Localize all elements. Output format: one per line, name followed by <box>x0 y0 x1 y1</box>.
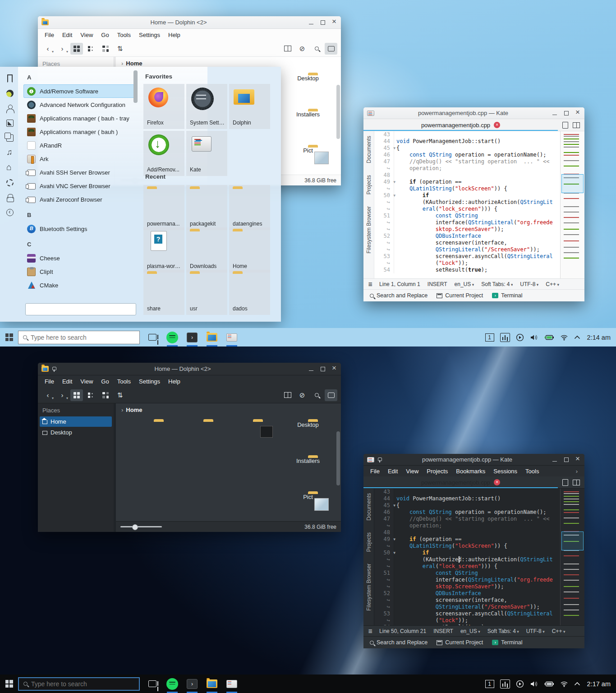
folder-desktop[interactable]: Desktop <box>288 75 328 82</box>
maximize-button[interactable] <box>564 457 569 462</box>
back-button[interactable]: ‹▾ <box>41 389 54 401</box>
close-button[interactable] <box>332 20 337 25</box>
tab-powermanagementjob[interactable]: powermanagementjob.cpp × <box>363 119 558 131</box>
current-project-button[interactable]: Current Project <box>437 292 483 299</box>
status-tabs[interactable]: Soft Tabs: 4 <box>481 281 513 287</box>
code-editor[interactable]: 4344void PowerManagementJob::start()45▼{… <box>374 489 584 625</box>
sort-button[interactable]: ⇅ <box>114 389 126 401</box>
menu-item[interactable]: Edit <box>58 30 76 40</box>
wifi-icon[interactable] <box>560 334 568 341</box>
taskbar-spotify[interactable] <box>162 328 182 346</box>
virtual-desktop-pager[interactable]: 1 <box>485 680 494 688</box>
taskbar-search[interactable] <box>18 677 140 691</box>
menu-item[interactable]: Tools <box>113 377 135 386</box>
dolphin-titlebar[interactable]: Home — Dolphin <2> <box>38 16 341 29</box>
forward-button[interactable]: ›▾ <box>56 389 69 401</box>
favorite-dolphin[interactable]: Dolphin <box>229 84 270 129</box>
status-line-col[interactable]: Line 1, Column 1 <box>379 281 420 287</box>
status-syntax[interactable]: C++ <box>552 628 565 634</box>
menu-item[interactable]: Tools <box>113 30 135 40</box>
breadcrumb[interactable]: ›Home <box>116 403 341 416</box>
rail-icon[interactable] <box>5 192 15 203</box>
media-play-icon[interactable] <box>516 680 524 688</box>
rail-icon[interactable] <box>5 133 15 143</box>
rail-icon[interactable] <box>5 162 15 173</box>
menu-item[interactable]: Help <box>164 30 184 40</box>
search-input[interactable] <box>31 680 121 688</box>
tree-view-button[interactable] <box>99 389 112 401</box>
recent-home[interactable]: Home <box>229 227 270 273</box>
start-button[interactable] <box>0 675 18 693</box>
rail-icon[interactable] <box>5 118 15 129</box>
minimize-button[interactable] <box>552 111 557 116</box>
launcher-list-item[interactable]: A <box>23 69 134 84</box>
recent-plasma-workspace[interactable]: plasma-work... <box>143 227 184 273</box>
status-syntax[interactable]: C++ <box>546 281 559 287</box>
status-mode[interactable]: INSERT <box>433 628 453 634</box>
wifi-icon[interactable] <box>560 681 568 687</box>
launcher-scrollbar[interactable] <box>133 70 138 103</box>
status-encoding[interactable]: UTF-8 <box>520 281 538 287</box>
taskbar-dolphin[interactable] <box>202 675 222 693</box>
split-view-icon[interactable] <box>573 480 580 485</box>
status-dictionary[interactable]: en_US <box>460 628 480 634</box>
launcher-list-item[interactable]: Avahi SSH Server Browser <box>23 166 134 179</box>
menu-item[interactable]: Edit <box>58 377 76 386</box>
menu-item[interactable]: Help <box>164 377 184 386</box>
places-home[interactable]: Home <box>40 416 112 427</box>
task-view-button[interactable] <box>143 675 162 693</box>
launcher-list-item[interactable]: ClipIt <box>23 265 134 278</box>
launcher-list-item[interactable]: Avahi VNC Server Browser <box>23 179 134 193</box>
dolphin-titlebar[interactable]: Home — Dolphin <2> <box>38 363 341 375</box>
folder-installers[interactable]: Installers <box>288 111 328 118</box>
taskbar-kate[interactable] <box>222 328 242 346</box>
tab-close-icon[interactable]: × <box>494 122 500 128</box>
icons-view-button[interactable] <box>70 43 83 55</box>
audio-applet-icon[interactable] <box>500 679 510 688</box>
kate-titlebar[interactable]: powermanagementjob.cpp — Kate <box>363 107 584 119</box>
hidden-files-button[interactable]: ⊘ <box>296 43 308 55</box>
taskbar-konsole[interactable]: › <box>182 328 202 346</box>
search-button[interactable] <box>310 389 323 401</box>
search-button[interactable] <box>310 43 323 55</box>
split-view-button[interactable] <box>281 389 294 401</box>
menu-item[interactable]: Settings <box>135 30 164 40</box>
rail-icon[interactable] <box>5 103 15 114</box>
battery-icon[interactable] <box>544 334 554 341</box>
folder-installers[interactable]: Installers <box>288 457 328 464</box>
taskbar-clock[interactable]: 2:17 am <box>587 680 611 688</box>
split-view-button[interactable] <box>281 43 294 55</box>
taskbar-clock[interactable]: 2:14 am <box>587 334 611 341</box>
new-document-icon[interactable] <box>562 122 568 129</box>
taskbar-kate[interactable] <box>222 675 242 693</box>
launcher-list-item[interactable]: Bluetooth Settings <box>23 222 134 236</box>
preview-button[interactable] <box>325 43 337 55</box>
split-view-icon[interactable] <box>573 122 580 128</box>
minimap-viewport[interactable] <box>561 531 584 550</box>
details-view-button[interactable] <box>85 43 97 55</box>
menu-item[interactable]: Go <box>97 30 113 40</box>
terminal-button[interactable]: ›Terminal <box>492 292 522 299</box>
minimap-viewport[interactable] <box>561 174 584 193</box>
favorite-kate[interactable]: Kate <box>186 131 227 176</box>
sidebar-projects[interactable]: Projects <box>366 175 372 194</box>
menu-item[interactable]: Edit <box>384 467 402 476</box>
menu-item[interactable]: Sessions <box>489 467 521 476</box>
launcher-list-item[interactable]: B <box>23 206 134 222</box>
close-button[interactable] <box>575 457 581 462</box>
launcher-list-item[interactable]: Applications manager ( bauh - tray <box>23 111 134 125</box>
code-editor[interactable]: 4344void PowerManagementJob::start()45▼{… <box>374 131 584 278</box>
launcher-list-item[interactable]: Applications manager ( bauh ) <box>23 125 134 139</box>
pin-icon[interactable] <box>377 457 382 462</box>
recent-share[interactable]: share <box>143 270 184 315</box>
close-button[interactable] <box>575 111 581 116</box>
search-input[interactable] <box>31 334 121 341</box>
folder-desktop[interactable]: Desktop <box>288 421 328 428</box>
details-view-button[interactable] <box>85 389 97 401</box>
taskbar-search[interactable] <box>18 331 140 344</box>
taskbar-konsole[interactable]: › <box>182 675 202 693</box>
launcher-list-item[interactable]: ARandR <box>23 139 134 152</box>
close-button[interactable] <box>332 366 337 372</box>
favorite-firefox[interactable]: Firefox <box>143 84 184 129</box>
rail-icon[interactable] <box>5 177 15 188</box>
